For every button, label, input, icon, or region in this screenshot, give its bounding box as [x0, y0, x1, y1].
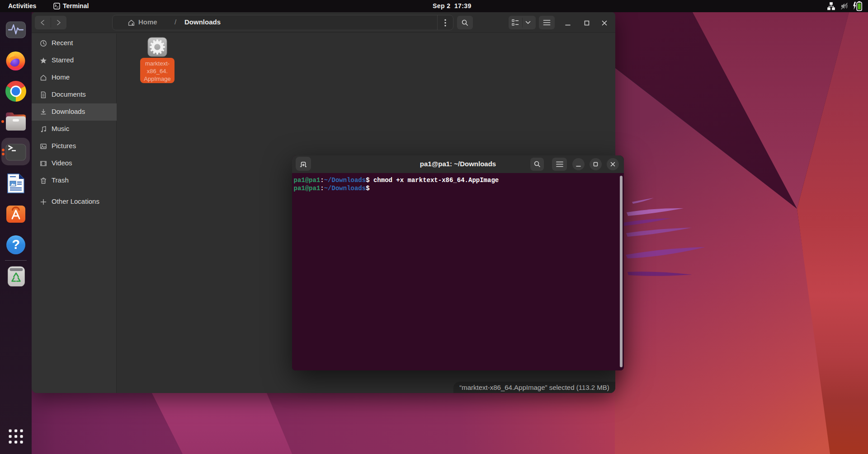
svg-text:?: ?: [12, 237, 20, 252]
